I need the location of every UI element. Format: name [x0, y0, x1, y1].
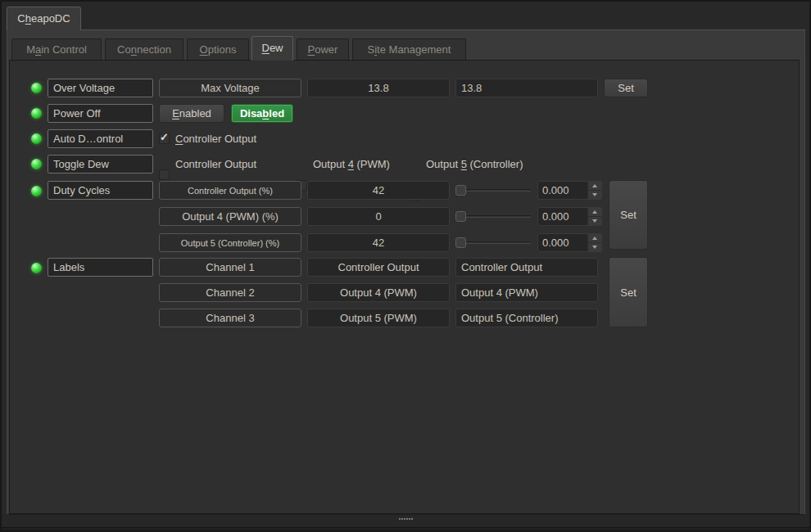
duty-output5-button[interactable]: Output 5 (Controller) (%) — [159, 233, 301, 252]
duty-cycles-set-button[interactable]: Set — [609, 180, 648, 250]
max-voltage-button[interactable]: Max Voltage — [159, 79, 301, 97]
labels-channel2-current: Output 4 (PWM) — [307, 283, 450, 302]
splitter-bar[interactable] — [0, 515, 811, 527]
spin-down-icon — [592, 219, 597, 223]
duty-controller-output-spin-input[interactable] — [538, 182, 595, 199]
toggle-dew-output4-label[interactable]: Output 4 (PWM) — [313, 155, 390, 174]
toggle-dew-controller-output-checkbox[interactable] — [159, 169, 170, 180]
property-label-toggle-dew: Toggle Dew — [48, 155, 153, 174]
duty-output4-value: 0 — [307, 207, 450, 226]
property-label-auto-dew-control: Auto D…ontrol — [48, 129, 153, 148]
duty-controller-output-slider[interactable] — [455, 185, 531, 196]
labels-channel2-input[interactable] — [455, 283, 598, 302]
slider-groove — [457, 241, 531, 244]
duty-output5-spinbox[interactable] — [537, 233, 602, 252]
device-tab-cheapodc[interactable]: CheapoDC — [7, 7, 81, 30]
max-voltage-current-value: 13.8 — [307, 79, 450, 97]
labels-channel1-input[interactable] — [455, 258, 598, 277]
power-off-disabled-button[interactable]: Disabled — [231, 104, 293, 123]
duty-output5-spin-input[interactable] — [538, 234, 595, 251]
duty-output4-slider[interactable] — [455, 211, 531, 222]
duty-output5-value: 42 — [307, 233, 450, 252]
duty-controller-output-button[interactable]: Controller Output (%) — [159, 181, 301, 200]
spin-up-icon — [592, 210, 597, 214]
tab-connection[interactable]: Connection — [105, 38, 183, 60]
labels-channel3-button[interactable]: Channel 3 — [159, 309, 301, 327]
toggle-dew-output5-label[interactable]: Output 5 (Controller) — [426, 155, 523, 174]
duty-controller-output-value: 42 — [307, 181, 450, 200]
labels-channel2-button[interactable]: Channel 2 — [159, 283, 301, 302]
duty-output4-spinbox[interactable] — [537, 207, 602, 226]
slider-handle[interactable] — [455, 211, 466, 222]
spin-up-icon — [592, 237, 597, 240]
spin-down-button[interactable] — [588, 216, 601, 225]
led-labels — [31, 263, 42, 273]
spin-up-button[interactable] — [588, 208, 601, 216]
spin-down-icon — [592, 193, 597, 196]
property-label-duty-cycles: Duty Cycles — [48, 181, 153, 200]
labels-channel3-input[interactable] — [455, 309, 598, 327]
duty-controller-output-spinbox[interactable] — [537, 181, 602, 200]
spin-down-button[interactable] — [588, 190, 601, 199]
led-duty-cycles — [31, 186, 42, 196]
toggle-dew-controller-output-label[interactable]: Controller Output — [175, 155, 256, 174]
led-over-voltage — [31, 83, 42, 93]
spin-down-button[interactable] — [588, 242, 601, 251]
led-auto-dew-control — [31, 133, 42, 144]
over-voltage-set-button[interactable]: Set — [604, 79, 648, 97]
tab-options[interactable]: Options — [187, 38, 249, 60]
slider-handle[interactable] — [455, 185, 466, 196]
duty-output5-slider[interactable] — [455, 237, 531, 248]
auto-dew-controller-output-label[interactable]: Controller Output — [175, 129, 256, 148]
property-label-power-off: Power Off — [48, 104, 153, 123]
tab-site-management[interactable]: Site Management — [352, 38, 466, 60]
max-voltage-input[interactable] — [455, 79, 598, 97]
spin-up-button[interactable] — [588, 234, 601, 242]
led-power-off — [31, 108, 42, 119]
duty-output4-spin-input[interactable] — [538, 208, 595, 225]
tab-dew[interactable]: Dew — [251, 36, 293, 61]
spin-up-button[interactable] — [588, 182, 601, 190]
tab-power[interactable]: Power — [297, 38, 349, 60]
labels-channel1-button[interactable]: Channel 1 — [159, 258, 301, 277]
labels-channel3-current: Output 5 (PWM) — [307, 309, 450, 327]
duty-output4-button[interactable]: Output 4 (PWM) (%) — [159, 207, 301, 226]
log-area-edge — [0, 528, 811, 532]
labels-set-button[interactable]: Set — [609, 257, 648, 327]
property-label-labels: Labels — [48, 258, 153, 277]
property-label-over-voltage: Over Voltage — [48, 79, 153, 97]
spin-up-icon — [592, 184, 597, 187]
tab-main-control[interactable]: Main Control — [11, 38, 102, 60]
indi-control-panel-window: CheapoDC Main Control Connection Options… — [0, 0, 811, 532]
slider-groove — [457, 189, 531, 192]
auto-dew-controller-output-checkbox[interactable]: ✓ — [159, 133, 170, 144]
led-toggle-dew — [31, 159, 42, 169]
power-off-enabled-button[interactable]: Enabled — [159, 104, 224, 123]
check-icon: ✓ — [160, 131, 169, 143]
labels-channel1-current: Controller Output — [307, 258, 450, 277]
splitter-handle-icon[interactable] — [399, 518, 414, 520]
spin-down-icon — [592, 246, 597, 249]
slider-groove — [457, 215, 531, 218]
slider-handle[interactable] — [455, 237, 466, 248]
